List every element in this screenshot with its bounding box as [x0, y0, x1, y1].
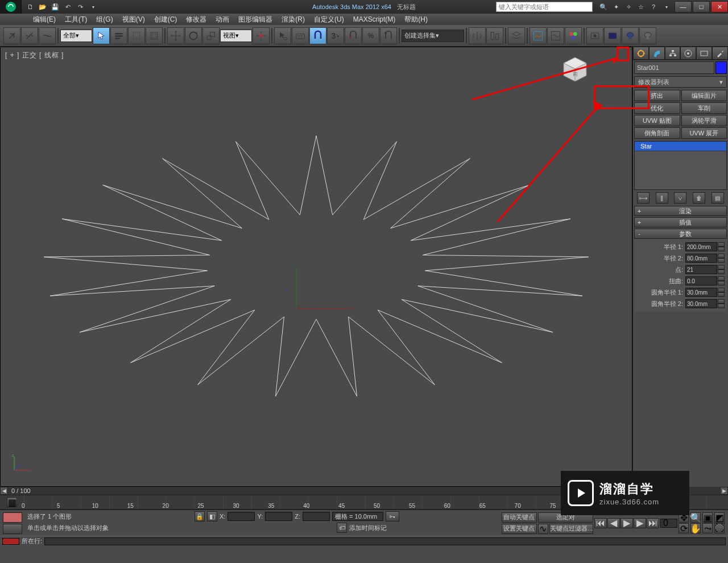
- menu-modifiers[interactable]: 修改器: [181, 14, 211, 26]
- mod-btn-optimize[interactable]: 优化: [634, 102, 680, 114]
- menu-tools[interactable]: 工具(T): [60, 14, 92, 26]
- viewcube-icon[interactable]: 前: [558, 53, 592, 87]
- viewport[interactable]: [ + ] 正交 [ 线框 ] 前 x z x z y: [0, 47, 632, 487]
- set-key-button[interactable]: 设置关键点: [502, 524, 537, 534]
- spinner-snap-icon[interactable]: [380, 27, 397, 44]
- menu-maxscript[interactable]: MAXScript(M): [349, 14, 400, 24]
- add-time-tag-label[interactable]: 添加时间标记: [349, 524, 387, 532]
- mod-btn-lathe[interactable]: 车削: [681, 102, 727, 114]
- key-icon[interactable]: 🗝: [386, 511, 399, 521]
- spinner-up-icon[interactable]: [718, 254, 725, 258]
- next-frame-icon[interactable]: ▶: [634, 518, 646, 528]
- transform-gizmo-icon[interactable]: x z y: [285, 263, 365, 320]
- nav-max-icon[interactable]: ⛶: [714, 523, 725, 533]
- schematic-view-icon[interactable]: [547, 27, 564, 44]
- spinner-up-icon[interactable]: [718, 288, 725, 292]
- maxscript-mini-listener-icon[interactable]: [3, 512, 22, 523]
- undo-icon[interactable]: ↶: [63, 2, 73, 12]
- scroll-right-icon[interactable]: ▶: [720, 487, 728, 495]
- key-filters-button[interactable]: 关键点过滤器...: [549, 524, 593, 534]
- redo-icon[interactable]: ↷: [75, 2, 85, 12]
- spinner-down-icon[interactable]: [718, 304, 725, 308]
- key-mode-icon[interactable]: ∿: [538, 524, 548, 534]
- utilities-tab-icon[interactable]: [712, 47, 728, 60]
- spinner-up-icon[interactable]: [718, 242, 725, 247]
- spinner-up-icon[interactable]: [718, 265, 725, 270]
- mod-btn-uvw-unwrap[interactable]: UVW 展开: [681, 127, 727, 139]
- render-production-icon[interactable]: [622, 27, 639, 44]
- points-spinner[interactable]: 21: [685, 265, 717, 274]
- pivot-center-icon[interactable]: [253, 27, 270, 44]
- render-setup-icon[interactable]: [586, 27, 603, 44]
- radius2-spinner[interactable]: 80.0mm: [685, 254, 717, 263]
- angle-snap2-icon[interactable]: [345, 27, 362, 44]
- modifier-stack[interactable]: Star: [634, 141, 727, 190]
- isolate-icon[interactable]: ◧: [207, 511, 217, 521]
- show-end-result-icon[interactable]: ‖: [656, 192, 668, 204]
- maximize-button[interactable]: □: [693, 1, 710, 13]
- prompt-icon[interactable]: [3, 524, 22, 534]
- select-region-window-icon[interactable]: [146, 27, 163, 44]
- x-field[interactable]: [228, 512, 255, 521]
- display-tab-icon[interactable]: [696, 47, 712, 60]
- align-icon[interactable]: [486, 27, 503, 44]
- menu-create[interactable]: 创建(C): [150, 14, 182, 26]
- select-by-name-icon[interactable]: [110, 27, 127, 44]
- spinner-down-icon[interactable]: [718, 270, 725, 274]
- render-iterative-icon[interactable]: [639, 27, 656, 44]
- spinner-down-icon[interactable]: [718, 247, 725, 251]
- help-search-input[interactable]: [496, 2, 593, 12]
- nav-fov-icon[interactable]: ◩: [714, 512, 725, 523]
- reference-coord-dropdown[interactable]: 视图 ▾: [220, 30, 252, 42]
- save-icon[interactable]: 💾: [50, 2, 60, 12]
- subscription-icon[interactable]: ✧: [623, 2, 634, 12]
- snap-toggle-icon[interactable]: [309, 27, 326, 44]
- rendered-frame-icon[interactable]: [604, 27, 621, 44]
- object-color-swatch[interactable]: [715, 61, 727, 74]
- nav-hand-icon[interactable]: ✋: [690, 523, 701, 533]
- rollout-render[interactable]: +渲染: [634, 206, 727, 216]
- viewport-label[interactable]: [ + ] 正交 [ 线框 ]: [5, 51, 64, 60]
- prev-frame-icon[interactable]: ◀: [607, 518, 620, 528]
- application-menu-button[interactable]: [0, 0, 22, 14]
- spinner-down-icon[interactable]: [718, 281, 725, 285]
- named-selection-dropdown[interactable]: 创建选择集 ▾: [402, 30, 464, 42]
- create-tab-icon[interactable]: [633, 47, 649, 60]
- z-field[interactable]: [303, 512, 330, 521]
- remove-modifier-icon[interactable]: 🗑: [693, 192, 705, 204]
- modifier-list-dropdown[interactable]: 修改器列表▾: [634, 76, 727, 88]
- spinner-down-icon[interactable]: [718, 292, 725, 297]
- spinner-up-icon[interactable]: [718, 299, 725, 304]
- selection-filter-dropdown[interactable]: 全部 ▾: [60, 30, 92, 42]
- menu-edit[interactable]: 编辑(E): [28, 14, 60, 26]
- nav-zoom-ext-icon[interactable]: ▣: [702, 512, 713, 523]
- unlink-icon[interactable]: [21, 27, 38, 44]
- rotate-icon[interactable]: [185, 27, 202, 44]
- rollout-interp[interactable]: +插值: [634, 217, 727, 227]
- material-editor-icon[interactable]: [565, 27, 582, 44]
- menu-graph-editors[interactable]: 图形编辑器: [234, 14, 277, 26]
- play-icon[interactable]: ▶: [621, 518, 633, 528]
- spinner-up-icon[interactable]: [718, 276, 725, 281]
- help-more-icon[interactable]: [661, 2, 671, 12]
- configure-sets-icon[interactable]: ▤: [712, 192, 724, 204]
- percent-snap-icon[interactable]: %: [362, 27, 379, 44]
- goto-end-icon[interactable]: ⏭: [647, 518, 659, 528]
- fillet2-spinner[interactable]: 30.0mm: [685, 299, 717, 308]
- new-icon[interactable]: 🗋: [25, 2, 35, 12]
- scroll-left-icon[interactable]: ◀: [0, 487, 8, 495]
- keyboard-shortcut-icon[interactable]: [292, 27, 309, 44]
- help-icon[interactable]: ?: [648, 2, 659, 12]
- mod-btn-turbosmooth[interactable]: 涡轮平滑: [681, 115, 727, 126]
- fillet1-spinner[interactable]: 30.0mm: [685, 288, 717, 297]
- favorites-icon[interactable]: ☆: [636, 2, 646, 12]
- select-object-icon[interactable]: [93, 27, 110, 44]
- layers-icon[interactable]: [508, 27, 525, 44]
- nav-walk-icon[interactable]: ⤳: [702, 523, 713, 533]
- auto-key-button[interactable]: 自动关键点: [502, 512, 537, 523]
- scale-icon[interactable]: [202, 27, 220, 44]
- comm-center-icon[interactable]: ✦: [611, 2, 621, 12]
- mod-btn-uvw-map[interactable]: UVW 贴图: [634, 115, 680, 126]
- mirror-icon[interactable]: [469, 27, 486, 44]
- time-tag-icon[interactable]: 🏷: [337, 523, 347, 533]
